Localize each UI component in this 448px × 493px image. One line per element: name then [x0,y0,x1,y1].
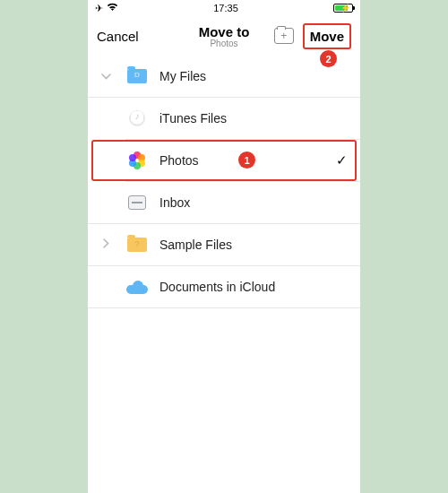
folder-row-sample-files[interactable]: Sample Files [88,224,360,265]
itunes-icon [129,110,145,126]
status-time: 17:35 [213,3,238,13]
inbox-icon [128,195,146,210]
folder-label: iTunes Files [151,111,348,125]
new-folder-icon[interactable]: + [274,28,294,44]
folder-row-my-files[interactable]: My Files [88,56,360,97]
photos-icon [128,151,146,169]
folder-row-inbox[interactable]: Inbox [88,182,360,223]
cancel-button[interactable]: Cancel [97,29,139,44]
icloud-icon [126,281,148,294]
wifi-icon [107,3,118,13]
folder-label: Sample Files [151,238,348,252]
status-bar: ✈ 17:35 ⚡ [88,0,360,16]
checkmark-icon: ✓ [336,152,348,169]
move-button[interactable]: Move [303,23,351,49]
airplane-mode-icon: ✈ [95,3,103,14]
folder-label: Documents in iCloud [151,280,348,294]
chevron-down-icon[interactable] [88,70,124,82]
folder-row-itunes[interactable]: iTunes Files [88,98,360,139]
phone-screen: ✈ 17:35 ⚡ Cancel Move to Photos + Move 2 [88,0,360,493]
folder-label: Inbox [151,195,348,210]
chevron-right-icon[interactable] [88,238,124,251]
annotation-callout-1: 1 [238,151,255,169]
folder-row-icloud[interactable]: Documents in iCloud [88,266,360,307]
battery-icon: ⚡ [333,4,353,13]
folder-icon [127,238,147,252]
folder-list: My Files iTunes Files Photos 1 ✓ Inbox [88,56,360,493]
nav-bar: Cancel Move to Photos + Move [88,16,360,56]
folder-icon [127,69,147,83]
folder-row-photos[interactable]: Photos 1 ✓ [88,140,360,181]
folder-label: My Files [151,69,348,83]
